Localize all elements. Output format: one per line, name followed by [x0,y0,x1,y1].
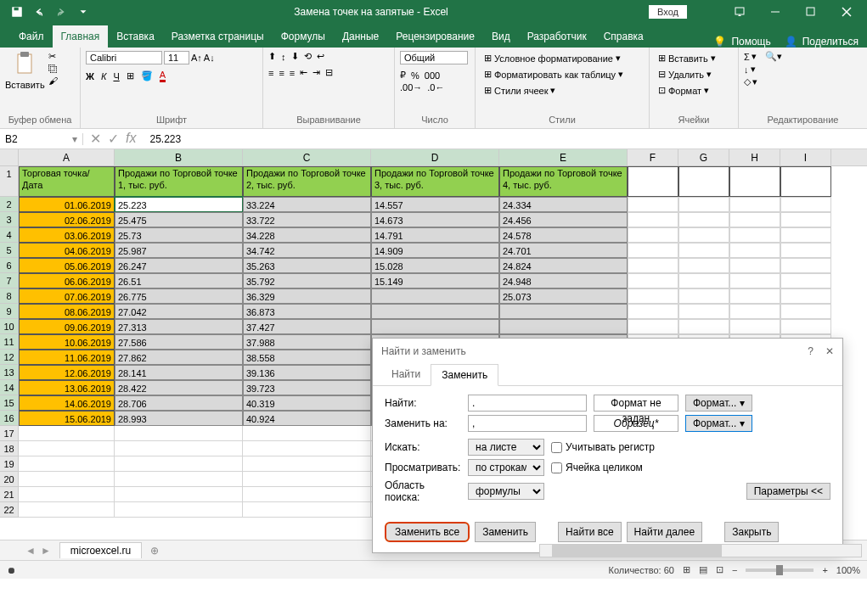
row-head-10[interactable]: 10 [0,319,19,334]
fx-icon[interactable]: fx [126,131,136,147]
decrease-font-icon[interactable]: A↓ [204,53,215,63]
replace-all-button[interactable]: Заменить все [385,522,470,542]
replace-input[interactable] [468,415,587,432]
autosum-icon[interactable]: Σ [744,52,750,62]
format-cells-button[interactable]: ⊡Формат▾ [655,83,712,98]
col-head-C[interactable]: C [243,149,371,165]
options-button[interactable]: Параметры << [746,483,830,500]
row-head-9[interactable]: 9 [0,304,19,319]
dialog-tab-find[interactable]: Найти [381,364,431,385]
number-format-select[interactable]: Общий [400,51,468,64]
row-head-16[interactable]: 16 [0,411,19,426]
increase-font-icon[interactable]: A↑ [191,53,202,63]
insert-cells-button[interactable]: ⊞Вставить▾ [655,51,719,65]
row-head-11[interactable]: 11 [0,334,19,350]
tab-data[interactable]: Данные [334,25,387,48]
fill-color-icon[interactable]: 🪣 [141,70,153,81]
enter-formula-icon[interactable]: ✓ [108,131,119,147]
tab-developer[interactable]: Разработчик [519,25,595,48]
col-head-I[interactable]: I [780,149,831,165]
row-head-19[interactable]: 19 [0,456,19,472]
row-head-22[interactable]: 22 [0,502,19,518]
col-head-E[interactable]: E [499,149,628,165]
row-head-15[interactable]: 15 [0,395,19,411]
zoom-slider[interactable] [746,568,814,572]
dialog-close-icon[interactable]: ✕ [825,345,834,357]
col-head-D[interactable]: D [371,149,499,165]
select-all-corner[interactable] [0,149,19,165]
record-macro-icon[interactable]: ⏺ [7,565,16,575]
undo-icon[interactable] [29,2,49,22]
row-head-18[interactable]: 18 [0,441,19,456]
view-layout-icon[interactable]: ▤ [699,564,707,575]
percent-icon[interactable]: % [411,70,419,81]
row-head-21[interactable]: 21 [0,487,19,502]
col-head-F[interactable]: F [628,149,678,165]
tellme-icon[interactable]: 💡 [713,36,726,48]
font-name-select[interactable]: Calibri [86,51,162,64]
format-as-table-button[interactable]: ⊞Форматировать как таблицу▾ [481,67,627,81]
increase-decimal-icon[interactable]: .00→ [400,82,422,92]
tab-home[interactable]: Главная [53,25,109,48]
dialog-tab-replace[interactable]: Заменить [431,364,498,386]
row-head-14[interactable]: 14 [0,380,19,395]
sheet-prev-icon[interactable]: ◄ [25,545,36,557]
redo-icon[interactable] [51,2,71,22]
match-case-checkbox[interactable] [551,442,562,453]
align-center-icon[interactable]: ≡ [279,68,284,78]
format-painter-icon[interactable]: 🖌 [48,76,58,86]
formula-input[interactable]: 25.223 [143,133,867,145]
close-icon[interactable] [830,0,864,24]
paste-button[interactable]: Вставить [5,80,45,90]
look-in-select[interactable]: формулы [468,483,544,500]
font-color-icon[interactable]: А [160,70,166,82]
find-format-button[interactable]: Формат... ▾ [685,395,752,412]
font-size-select[interactable]: 11 [164,51,189,64]
tab-review[interactable]: Рецензирование [387,25,483,48]
align-middle-icon[interactable]: ↕ [281,52,286,62]
view-pagebreak-icon[interactable]: ⊡ [716,564,723,575]
conditional-formatting-button[interactable]: ⊞Условное форматирование▾ [481,51,624,65]
row-head-4[interactable]: 4 [0,227,19,243]
decrease-decimal-icon[interactable]: .0← [427,82,444,92]
view-normal-icon[interactable]: ⊞ [683,564,690,575]
row-head-12[interactable]: 12 [0,350,19,365]
bold-button[interactable]: Ж [86,71,94,81]
minimize-icon[interactable] [758,0,792,24]
tab-formulas[interactable]: Формулы [273,25,334,48]
align-bottom-icon[interactable]: ⬇ [291,51,299,62]
sheet-next-icon[interactable]: ► [41,545,51,557]
merge-icon[interactable]: ⊟ [325,67,333,78]
zoom-level[interactable]: 100% [836,565,860,575]
name-box[interactable]: B2▾ [0,133,83,145]
login-button[interactable]: Вход [649,5,687,19]
row-head-17[interactable]: 17 [0,426,19,441]
whole-cell-checkbox[interactable] [551,462,562,473]
copy-icon[interactable]: ⿻ [48,64,58,74]
find-input[interactable] [468,395,587,412]
save-icon[interactable] [7,2,27,22]
orientation-icon[interactable]: ⟲ [304,51,312,62]
row-head-13[interactable]: 13 [0,365,19,380]
search-by-select[interactable]: по строкам [468,459,544,476]
share-icon[interactable]: 👤 [785,36,797,48]
borders-icon[interactable]: ⊞ [127,70,134,81]
qat-dropdown-icon[interactable] [73,2,93,22]
row-head-3[interactable]: 3 [0,212,19,227]
zoom-in-icon[interactable]: + [822,565,827,575]
wrap-text-icon[interactable]: ↩ [317,51,324,62]
row-head-5[interactable]: 5 [0,243,19,258]
indent-increase-icon[interactable]: ⇥ [312,67,320,78]
align-left-icon[interactable]: ≡ [268,68,273,78]
tab-layout[interactable]: Разметка страницы [163,25,273,48]
col-head-A[interactable]: A [19,149,115,165]
underline-button[interactable]: Ч [113,71,119,81]
share-label[interactable]: Поделиться [802,36,859,48]
dialog-help-icon[interactable]: ? [808,345,814,357]
align-right-icon[interactable]: ≡ [290,68,295,78]
indent-decrease-icon[interactable]: ⇤ [300,67,307,78]
fill-icon[interactable]: ↓ [744,64,749,75]
maximize-icon[interactable] [794,0,828,24]
tab-view[interactable]: Вид [483,25,519,48]
currency-icon[interactable]: ₽ [400,70,406,81]
